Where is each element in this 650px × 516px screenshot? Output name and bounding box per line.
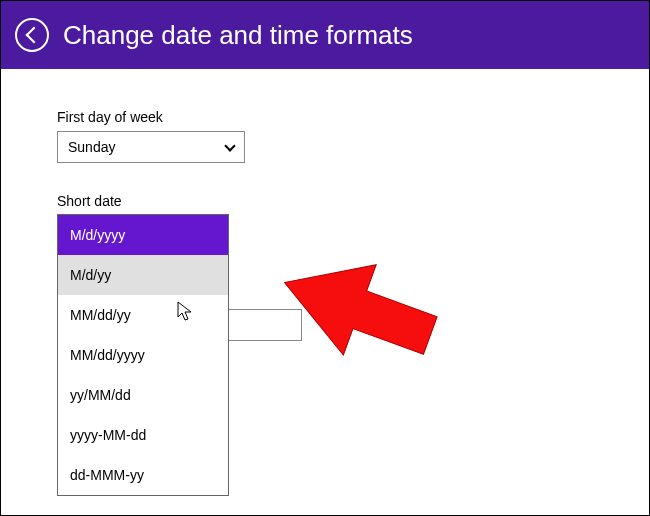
annotation-arrow-icon — [231, 248, 451, 358]
short-date-option[interactable]: dd-MMM-yy — [58, 455, 228, 495]
short-date-option[interactable]: M/d/yyyy — [58, 215, 228, 255]
short-date-label: Short date — [57, 193, 593, 209]
short-date-option[interactable]: MM/dd/yy — [58, 295, 228, 335]
first-day-select-wrap: Sunday — [57, 131, 245, 163]
page-title: Change date and time formats — [63, 20, 413, 51]
back-button[interactable] — [15, 18, 49, 52]
short-date-option[interactable]: M/d/yy — [58, 255, 228, 295]
first-day-label: First day of week — [57, 109, 593, 125]
short-date-collapsed-edge — [227, 309, 302, 341]
short-date-option[interactable]: yy/MM/dd — [58, 375, 228, 415]
content-area: First day of week Sunday Short date M/d/… — [1, 69, 649, 255]
short-date-option[interactable]: MM/dd/yyyy — [58, 335, 228, 375]
back-arrow-icon — [25, 27, 42, 44]
first-day-value: Sunday — [68, 139, 115, 155]
first-day-select[interactable]: Sunday — [57, 131, 245, 163]
short-date-dropdown[interactable]: M/d/yyyy M/d/yy MM/dd/yy MM/dd/yyyy yy/M… — [57, 214, 229, 496]
chevron-down-icon — [224, 140, 235, 151]
short-date-option[interactable]: yyyy-MM-dd — [58, 415, 228, 455]
header-bar: Change date and time formats — [1, 1, 649, 69]
